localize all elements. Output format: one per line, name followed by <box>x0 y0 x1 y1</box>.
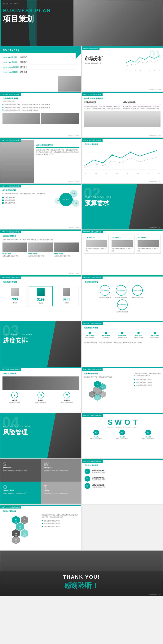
svg-text:标题: 标题 <box>15 542 17 543</box>
contents-part-2: PART TWO 第二部分 <box>3 61 20 63</box>
tl-label-3: TITLE HERE <box>116 335 128 336</box>
step-info-2: 点击此处添加标题 点击此处添加文本内容 <box>92 477 106 481</box>
cycle-label-4: 点击此处添加副标题 <box>116 311 128 313</box>
icon-item-3: ⚑ 标题文字 点击此处添加文本内容 <box>55 392 79 404</box>
part-label: PART FOUR TITLE HERE <box>3 426 31 427</box>
contents-part-3: PART THREE 第三部分 <box>3 66 20 68</box>
card-title-1: TITLE HERE <box>86 236 107 239</box>
slide-logo: COMPANY / LOGO <box>149 181 161 182</box>
content: 点击此处添加标题 点击此处添加标题文本内容，点击此处添加标题文本内容，点击此处添… <box>0 231 81 258</box>
circle-diagram: 中心文字 标题 标题 标题 标题 <box>53 189 79 206</box>
card-title-2: TEXT HERE <box>28 253 53 255</box>
icon-label-3: 标题文字 <box>55 400 79 401</box>
step-circle-2: 02 <box>119 430 125 435</box>
part-label: PART THREE TITLE HERE <box>3 334 32 336</box>
part-tag: PART TWO 点击此处添加标题 <box>0 506 21 508</box>
left-image <box>0 140 34 184</box>
tl-dot-3 <box>121 332 123 334</box>
content: 点击此处添加标题 01 标题 02 标题 03 标题 04 标题 <box>0 506 81 547</box>
part-tag: PART TWO 点击此处添加标题 <box>82 460 103 463</box>
swot-text-w: 点击此处添加文本内容，点击此处添加文本内容 <box>44 470 68 472</box>
card-3: TEXT HERE 点击此处添加标题文本内容 <box>54 242 79 257</box>
section-title: 点击此处添加标题内容 <box>84 97 160 100</box>
content: 点击此处添加标题 点击此处添加标题文本内容，点击此处添加标题文本内容，添加文本内… <box>0 185 81 208</box>
tl-dot-5 <box>154 332 156 334</box>
bullet-3: 点击此处添加标题文本内容，点击此处添加标题文本内容 <box>3 109 79 112</box>
contents-cn-4: 风险管理 <box>20 71 27 74</box>
part-tag: PART ONE TITLE HERE <box>82 48 99 50</box>
svg-text:标题: 标题 <box>23 535 26 536</box>
swot-title-t: THREAT <box>44 490 50 492</box>
pricing-cards: $99 基础版 $199 专业版 $299 企业版 <box>3 286 78 306</box>
swot-o-label: OPPORTUNITY <box>123 426 131 428</box>
section-content: PART TWO TITLE HERE 预算需求 <box>85 196 111 207</box>
part-tag: PART ONE 点击此处添加标题 <box>0 139 21 142</box>
content: TITLE HERE 点击此处添加文本内容，添加文本内容 TITLE HERE … <box>82 231 163 255</box>
svg-text:A: A <box>97 384 98 386</box>
slide-04-risk: 04 PART FOUR TITLE HERE 风险管理 <box>0 413 82 459</box>
contents-cn-1: 市场分析 <box>20 56 27 58</box>
part-tag: PART TWO 点击此处添加标题 <box>0 276 21 279</box>
content-area: 点击此处添加标题 点击此处添加副标题 点击此处添加标题文本内容，点击此处添加标题… <box>0 93 81 125</box>
price-img <box>63 288 70 296</box>
icon-text-1: 点击此处添加文本内容 <box>3 402 27 404</box>
price-card-2: $199 专业版 <box>29 286 53 306</box>
section-title: 点击此处添加标题 <box>3 510 40 512</box>
card-img <box>137 240 159 247</box>
cycle-label-2: 点击此处添加副标题 <box>115 296 127 298</box>
step-circle-3: 03 <box>145 430 151 435</box>
cover-content: COMPANY LOGO BUSINESS PLAN 项目策划 <box>3 3 51 24</box>
swot-cell-t: T THREAT 点击此处添加文本内容，点击此处添加文本内容 <box>41 482 81 504</box>
teal-bar <box>0 0 1 46</box>
col-1: 点击此处添加标题 点击此处添加文本内容，点击此处添加文本内容，点击此处添加文本内… <box>84 101 121 110</box>
slide-circle-diagram: PART ONE 点击此处添加标题 点击此处添加标题 点击此处添加标题文本内容，… <box>0 184 82 229</box>
swot-s-label: STRENGTH <box>107 426 113 428</box>
cycle-circle-1: 华生策划标题 <box>100 285 110 296</box>
contents-title: CONTENTS <box>3 48 20 51</box>
svg-text:E: E <box>92 394 93 396</box>
tl-text-5: 点击此处添加文本 <box>149 337 160 338</box>
card-2: TEXT HERE 点击此处添加标题文本内容 <box>28 242 53 257</box>
step-2: 02 Step 02 点击此处添加副标题文字 <box>110 430 134 440</box>
icon-2: ⚙ <box>38 392 44 398</box>
step-label-1: 点击此处添加标题 <box>92 470 106 472</box>
card-text-3: 点击此处添加标题文本内容 <box>54 255 79 257</box>
right-text: 点击此处添加文本内容，点击此处添加文本内容，点击此处添加文本内容，点击此处添加文… <box>42 510 79 546</box>
card-1: TITLE HERE 点击此处添加文本内容，添加文本内容 <box>84 235 109 254</box>
section-sub: 点击此处添加副标题 <box>3 100 79 102</box>
section-title: 点击此处添加标题 <box>3 372 79 375</box>
step-label-3: 点击此处添加标题 <box>92 484 106 486</box>
right-image <box>47 321 81 367</box>
divider <box>84 104 121 104</box>
cycle-circle-3: 华生策划标题 <box>132 285 143 296</box>
step-circle-1: 01 <box>93 430 99 435</box>
card-text-1: 点击此处添加标题文本内容 <box>3 255 27 257</box>
contents-item-3: PART THREE 第三部分 进度安排 <box>3 65 78 70</box>
contents-cn-2: 预算需求 <box>20 61 27 64</box>
step-text-3: 点击此处添加文本内容 <box>92 486 106 488</box>
section-title: 点击此处添加标题 <box>85 143 160 146</box>
rb-3: 点击此处添加标题文本内容 <box>134 384 160 386</box>
content: 点击此处添加标题 点击此处添加文本内容，点击此处添加文本内容 F A B <box>82 368 163 408</box>
part-tag: PART ONE 点击此处添加标题 <box>82 368 103 371</box>
right-text: 点击此处添加文本内容，点击此处添加文本内容，点击此处添加文本内容 <box>134 372 160 377</box>
text-block: 点击此处添加标题文本内容，点击此处添加标题文本内容，点击此处添加标题 点击此处添… <box>3 104 79 112</box>
svg-text:标题: 标题 <box>23 522 26 523</box>
contents-bg-image <box>58 76 81 92</box>
part-tag: PART TWO 点击此处添加标题 <box>82 414 103 417</box>
swot-grid: S STRENGTH 点击此处添加文本内容，点击此处添加文本内容 W WEAKN… <box>0 459 81 504</box>
part-tag: PART ONE 点击此处添加标题 <box>0 93 21 96</box>
icon-text-3: 点击此处添加文本内容 <box>55 402 79 404</box>
swot-cell-o: O OPPORTUNITY 点击此处添加文本内容，点击此处添加文本内容 <box>0 482 41 504</box>
step-label-2: Step 02 <box>110 436 134 438</box>
chart-x-labels: 12345678 <box>125 70 160 71</box>
step-text-1: 点击此处添加副标题文字 <box>84 438 108 440</box>
slide-03-progress: 03 PART THREE TITLE HERE 进度安排 <box>0 321 82 367</box>
tl-dot-2 <box>105 332 107 334</box>
slide-logo: COMPANY / LOGO <box>68 227 79 228</box>
col-1-title: 点击此处添加标题 <box>84 101 121 103</box>
tl-label-2: TITLE HERE <box>100 335 112 336</box>
slide-title-cards: PART TWO 点击此处添加标题 TITLE HERE 点击此处添加文本内容，… <box>82 229 163 275</box>
tl-text-3: 点击此处添加文本 <box>116 337 128 338</box>
content: 点击此处添加标题 华生策划标题 点击此处添加副标题 → 点击添加标题 点击此处添… <box>82 276 163 314</box>
